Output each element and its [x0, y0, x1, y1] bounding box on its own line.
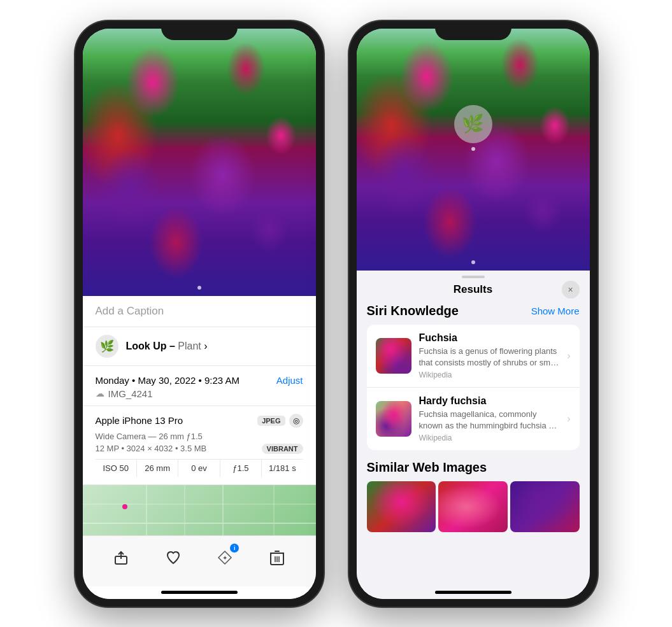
knowledge-item-fuchsia[interactable]: Fuchsia Fuchsia is a genus of flowering … — [367, 325, 580, 388]
right-photo-display[interactable]: 🌿 — [357, 29, 590, 271]
hardy-text: Hardy fuchsia Fuchsia magellanica, commo… — [419, 395, 560, 442]
share-button[interactable] — [108, 545, 134, 570]
siri-knowledge-header: Siri Knowledge Show More — [367, 304, 580, 318]
hardy-thumbnail — [376, 401, 411, 437]
lookup-row[interactable]: 🌿 Look Up – Plant › — [83, 327, 316, 366]
device-row: Apple iPhone 13 Pro JPEG ◎ — [96, 414, 303, 428]
siri-leaf-icon: 🌿 — [462, 113, 484, 134]
page-indicator — [197, 286, 201, 290]
style-badge: VIBRANT — [262, 444, 303, 454]
exif-ev: 0 ev — [178, 460, 220, 477]
exif-row: ISO 50 26 mm 0 ev ƒ1.5 1/181 s — [96, 459, 303, 477]
similar-image-2[interactable] — [438, 481, 508, 532]
hardy-title: Hardy fuchsia — [419, 395, 560, 407]
fuchsia-source: Wikipedia — [419, 370, 560, 379]
caption-input[interactable]: Add a Caption — [96, 305, 164, 317]
like-button[interactable] — [161, 545, 186, 570]
right-home-indicator — [357, 586, 590, 599]
info-badge: i — [230, 544, 239, 553]
fuchsia-text: Fuchsia Fuchsia is a genus of flowering … — [419, 332, 560, 379]
flower-image — [83, 29, 316, 296]
similar-image-3[interactable] — [510, 481, 580, 532]
badge-i: i — [234, 545, 236, 551]
close-button[interactable]: × — [562, 281, 580, 299]
close-icon: × — [568, 285, 573, 295]
right-home-bar — [435, 591, 511, 594]
photo-info-area: Add a Caption 🌿 Look Up – Plant › Monday… — [83, 296, 316, 535]
exif-shutter: 1/181 s — [262, 460, 303, 477]
device-badges: JPEG ◎ — [257, 414, 303, 428]
mp-text: 12 MP • 3024 × 4032 • 3.5 MB — [96, 444, 207, 453]
filename-row: ☁ IMG_4241 — [96, 388, 303, 399]
similar-web-title: Similar Web Images — [367, 460, 580, 475]
lookup-label: Look Up – — [126, 341, 175, 351]
hardy-description: Fuchsia magellanica, commonly known as t… — [419, 409, 560, 432]
exif-aperture: ƒ1.5 — [220, 460, 262, 477]
siri-circle: 🌿 — [454, 105, 492, 143]
device-section: Apple iPhone 13 Pro JPEG ◎ Wide Camera —… — [83, 406, 316, 485]
delete-button[interactable] — [264, 545, 290, 570]
home-bar — [161, 591, 238, 594]
meta-section: Monday • May 30, 2022 • 9:23 AM Adjust ☁… — [83, 366, 316, 406]
lookup-icon-circle: 🌿 — [96, 335, 118, 358]
leaf-icon: 🌿 — [100, 339, 114, 353]
hardy-chevron: › — [567, 413, 570, 425]
camera-specs: Wide Camera — 26 mm ƒ1.5 — [96, 432, 303, 441]
right-phone: 🌿 Results × Siri Knowledge Show More — [349, 21, 597, 607]
fuchsia-thumbnail — [376, 338, 411, 374]
info-button[interactable]: ✦ i — [212, 545, 238, 570]
lookup-chevron: › — [204, 341, 207, 351]
results-panel: Results × Siri Knowledge Show More — [357, 271, 590, 586]
svg-text:✦: ✦ — [222, 554, 227, 561]
similar-image-1[interactable] — [367, 481, 436, 532]
knowledge-item-hardy[interactable]: Hardy fuchsia Fuchsia magellanica, commo… — [367, 388, 580, 450]
location-icon: ◎ — [289, 414, 303, 428]
photo-display[interactable] — [83, 29, 316, 296]
caption-section: Add a Caption — [83, 296, 316, 327]
show-more-button[interactable]: Show More — [531, 306, 580, 316]
exif-focal: 26 mm — [137, 460, 178, 477]
bottom-toolbar: ✦ i — [83, 535, 316, 586]
right-screen: 🌿 Results × Siri Knowledge Show More — [357, 29, 590, 599]
hardy-source: Wikipedia — [419, 433, 560, 442]
home-indicator — [83, 586, 316, 599]
photo-date: Monday • May 30, 2022 • 9:23 AM — [96, 375, 239, 386]
mp-row: 12 MP • 3024 × 4032 • 3.5 MB VIBRANT — [96, 444, 303, 454]
map-pin — [121, 504, 129, 512]
format-badge: JPEG — [257, 416, 285, 426]
knowledge-card: Fuchsia Fuchsia is a genus of flowering … — [367, 325, 580, 451]
results-header: Results × — [357, 283, 590, 304]
drag-handle[interactable] — [357, 271, 590, 283]
filename: IMG_4241 — [108, 388, 153, 399]
exif-iso: ISO 50 — [96, 460, 137, 477]
left-phone: Add a Caption 🌿 Look Up – Plant › Monday… — [75, 21, 324, 607]
results-content: Siri Knowledge Show More Fuchsia Fuchsia… — [357, 304, 590, 586]
date-row: Monday • May 30, 2022 • 9:23 AM Adjust — [96, 375, 303, 386]
handle-bar — [462, 276, 485, 278]
siri-knowledge-title: Siri Knowledge — [367, 304, 459, 318]
fuchsia-thumb-image — [376, 338, 411, 374]
left-screen: Add a Caption 🌿 Look Up – Plant › Monday… — [83, 29, 316, 599]
cloud-icon: ☁ — [96, 388, 104, 398]
lookup-value: Plant — [178, 341, 201, 351]
fuchsia-chevron: › — [567, 350, 570, 362]
similar-images-row — [367, 481, 580, 532]
hardy-thumb-image — [376, 401, 411, 437]
device-name: Apple iPhone 13 Pro — [96, 415, 183, 426]
lookup-text: Look Up – Plant › — [126, 341, 208, 352]
results-title: Results — [454, 283, 492, 296]
fuchsia-description: Fuchsia is a genus of flowering plants t… — [419, 346, 560, 369]
right-page-indicator — [471, 260, 475, 264]
similar-web-section: Similar Web Images — [367, 460, 580, 532]
map-preview[interactable] — [83, 485, 316, 535]
adjust-button[interactable]: Adjust — [276, 375, 303, 386]
fuchsia-title: Fuchsia — [419, 332, 560, 344]
siri-dot — [471, 147, 475, 151]
